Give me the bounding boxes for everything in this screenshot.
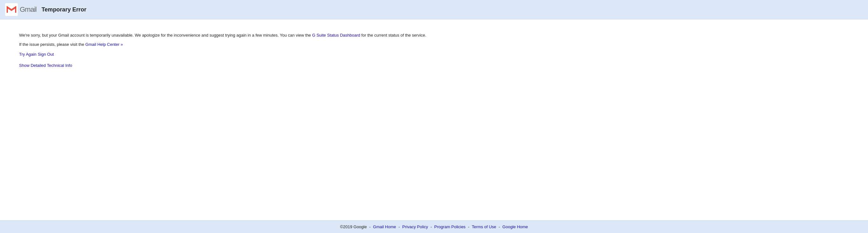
gsuite-status-link[interactable]: G Suite Status Dashboard bbox=[312, 33, 360, 38]
help-message: If the issue persists, please visit the … bbox=[19, 42, 427, 47]
action-links: Try Again Sign Out bbox=[19, 52, 427, 57]
gmail-logo: Gmail bbox=[5, 3, 36, 16]
gmail-help-center-link[interactable]: Gmail Help Center » bbox=[85, 42, 123, 47]
show-technical-info-link[interactable]: Show Detailed Technical Info bbox=[19, 63, 72, 68]
try-again-link[interactable]: Try Again bbox=[19, 52, 36, 57]
sign-out-link[interactable]: Sign Out bbox=[38, 52, 54, 57]
error-message: We're sorry, but your Gmail account is t… bbox=[19, 32, 427, 39]
error-text-part1: We're sorry, but your Gmail account is t… bbox=[19, 33, 312, 38]
help-text-part1: If the issue persists, please visit the bbox=[19, 42, 85, 47]
gmail-m-icon bbox=[5, 3, 18, 16]
gmail-logo-text: Gmail bbox=[20, 5, 36, 14]
error-text-part2: for the current status of the service. bbox=[360, 33, 426, 38]
page-title: Temporary Error bbox=[41, 6, 86, 13]
header: Gmail Temporary Error bbox=[0, 0, 868, 20]
technical-info-section: Show Detailed Technical Info bbox=[19, 63, 427, 68]
main-content: We're sorry, but your Gmail account is t… bbox=[0, 20, 446, 80]
